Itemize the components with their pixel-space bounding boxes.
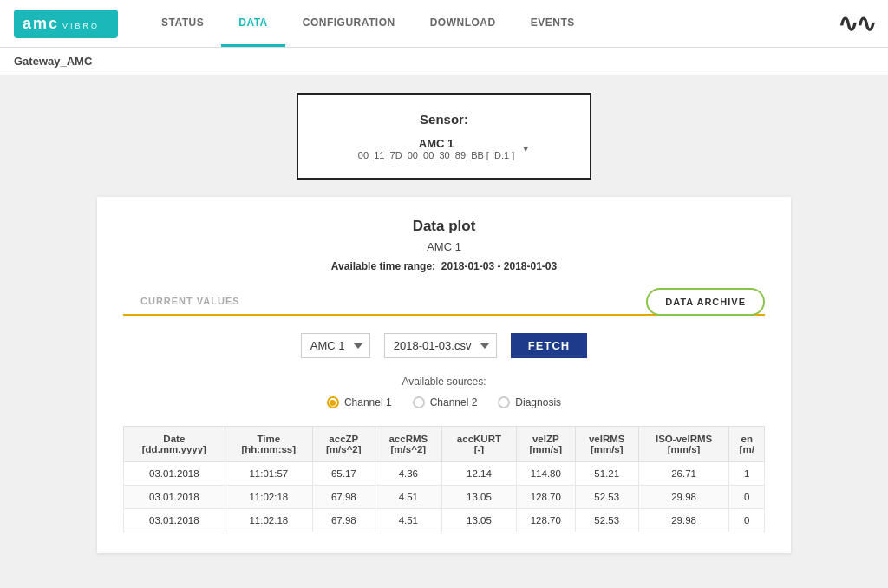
- col-en: en [m/: [729, 427, 765, 462]
- main-content: Sensor: AMC 1 00_11_7D_00_00_30_89_BB [ …: [0, 75, 888, 571]
- col-isovelrms: ISO-velRMS [mm/s]: [638, 427, 729, 462]
- radio-channel1[interactable]: Channel 1: [327, 396, 392, 408]
- radio-channel2-circle[interactable]: [413, 396, 425, 408]
- time-range: Available time range: 2018-01-03 - 2018-…: [123, 260, 765, 272]
- waveform-icon: ∿∿: [838, 10, 874, 38]
- sources-label: Available sources:: [123, 376, 765, 388]
- table-cell: 4.51: [375, 486, 441, 509]
- radio-channel2[interactable]: Channel 2: [413, 396, 478, 408]
- table-cell: 0: [729, 509, 765, 532]
- col-accrms: accRMS [m/s^2]: [375, 427, 441, 462]
- table-cell: 29.98: [638, 486, 729, 509]
- table-cell: 0: [729, 486, 765, 509]
- data-plot-subtitle: AMC 1: [123, 240, 765, 253]
- logo: amc VIBRO: [14, 10, 118, 38]
- table-cell: 03.01.2018: [124, 462, 225, 486]
- nav-status[interactable]: STATUS: [144, 0, 221, 47]
- nav-download[interactable]: DOWNLOAD: [413, 0, 513, 47]
- radio-row: Channel 1 Channel 2 Diagnosis: [123, 396, 765, 408]
- sensor-name: AMC 1: [358, 137, 514, 150]
- data-plot-title: Data plot: [123, 218, 765, 235]
- time-range-value: 2018-01-03 - 2018-01-03: [441, 260, 557, 272]
- radio-diagnosis-label: Diagnosis: [515, 396, 561, 408]
- sensor-select-row: AMC 1 00_11_7D_00_00_30_89_BB [ ID:1 ] ▼: [333, 137, 555, 160]
- sensor-info: AMC 1 00_11_7D_00_00_30_89_BB [ ID:1 ]: [358, 137, 514, 160]
- table-cell: 128.70: [516, 509, 575, 532]
- tabs-row: CURRENT VALUES DATA ARCHIVE: [123, 288, 765, 316]
- fetch-row: AMC 1 2018-01-03.csv FETCH: [123, 333, 765, 358]
- radio-diagnosis-circle[interactable]: [498, 396, 510, 408]
- col-velzp: velZP [mm/s]: [516, 427, 575, 462]
- tab-data-archive[interactable]: DATA ARCHIVE: [646, 288, 765, 316]
- table-cell: 29.98: [638, 509, 729, 532]
- sensor-select-dropdown[interactable]: AMC 1: [301, 333, 370, 358]
- table-row: 03.01.201811:01:5765.174.3612.14114.8051…: [124, 462, 765, 486]
- data-table: Date [dd.mm.yyyy] Time [hh:mm:ss] accZP …: [123, 426, 765, 532]
- table-cell: 128.70: [516, 486, 575, 509]
- col-date: Date [dd.mm.yyyy]: [124, 427, 225, 462]
- table-cell: 65.17: [312, 462, 375, 486]
- file-select-dropdown[interactable]: 2018-01-03.csv: [384, 333, 497, 358]
- nav-data[interactable]: DATA: [221, 0, 285, 47]
- logo-amc-text: amc: [23, 15, 59, 33]
- time-range-label: Available time range:: [331, 260, 435, 272]
- table-row: 03.01.201811:02:1867.984.5113.05128.7052…: [124, 486, 765, 509]
- table-header-row: Date [dd.mm.yyyy] Time [hh:mm:ss] accZP …: [124, 427, 765, 462]
- sensor-label: Sensor:: [333, 112, 555, 127]
- table-row: 03.01.201811:02.1867.984.5113.05128.7052…: [124, 509, 765, 532]
- subheader: Gateway_AMC: [0, 48, 888, 75]
- table-cell: 11:02:18: [225, 486, 312, 509]
- col-time: Time [hh:mm:ss]: [225, 427, 312, 462]
- table-cell: 11:01:57: [225, 462, 312, 486]
- logo-vibro-text: VIBRO: [62, 22, 100, 30]
- table-cell: 4.36: [375, 462, 441, 486]
- fetch-button[interactable]: FETCH: [511, 333, 587, 358]
- table-cell: 52.53: [575, 509, 638, 532]
- table-cell: 03.01.2018: [124, 486, 225, 509]
- nav-events[interactable]: EVENTS: [513, 0, 592, 47]
- table-cell: 51.21: [575, 462, 638, 486]
- table-cell: 114.80: [516, 462, 575, 486]
- header: amc VIBRO STATUS DATA CONFIGURATION DOWN…: [0, 0, 888, 48]
- sensor-id: 00_11_7D_00_00_30_89_BB [ ID:1 ]: [358, 150, 514, 160]
- col-acczp: accZP [m/s^2]: [312, 427, 375, 462]
- col-velrms: velRMS [mm/s]: [575, 427, 638, 462]
- radio-diagnosis[interactable]: Diagnosis: [498, 396, 561, 408]
- table-cell: 03.01.2018: [124, 509, 225, 532]
- table-cell: 67.98: [312, 509, 375, 532]
- sensor-dropdown-chevron[interactable]: ▼: [521, 144, 530, 154]
- table-cell: 13.05: [441, 486, 516, 509]
- nav-configuration[interactable]: CONFIGURATION: [285, 0, 413, 47]
- col-acckurt: accKURT [-]: [441, 427, 516, 462]
- table-cell: 26.71: [638, 462, 729, 486]
- tab-current-values[interactable]: CURRENT VALUES: [123, 289, 258, 313]
- radio-channel2-label: Channel 2: [430, 396, 478, 408]
- table-cell: 11:02.18: [225, 509, 312, 532]
- table-cell: 52.53: [575, 486, 638, 509]
- table-cell: 13.05: [441, 509, 516, 532]
- main-nav: STATUS DATA CONFIGURATION DOWNLOAD EVENT…: [144, 0, 838, 47]
- table-cell: 12.14: [441, 462, 516, 486]
- table-cell: 67.98: [312, 486, 375, 509]
- radio-channel1-circle[interactable]: [327, 396, 339, 408]
- table-cell: 4.51: [375, 509, 441, 532]
- table-cell: 1: [729, 462, 765, 486]
- sensor-box: Sensor: AMC 1 00_11_7D_00_00_30_89_BB [ …: [297, 93, 591, 180]
- radio-channel1-label: Channel 1: [344, 396, 392, 408]
- data-plot-card: Data plot AMC 1 Available time range: 20…: [97, 197, 791, 553]
- gateway-label: Gateway_AMC: [14, 55, 92, 68]
